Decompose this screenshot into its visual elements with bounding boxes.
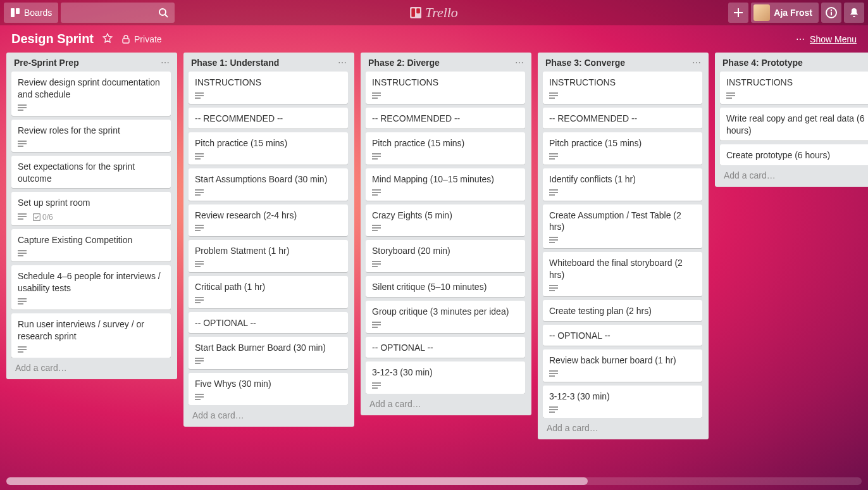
svg-rect-36	[195, 189, 204, 191]
card[interactable]: Review design sprint documentation and s…	[11, 72, 171, 116]
board-canvas[interactable]: Pre-Sprint Prep⋯Review design sprint doc…	[0, 50, 868, 477]
card[interactable]: Identify conflicts (1 hr)	[543, 168, 702, 201]
card[interactable]: Five Whys (30 min)	[189, 373, 348, 405]
star-button[interactable]	[102, 33, 113, 45]
card[interactable]: Schedule 4–6 people for interviews / usa…	[11, 265, 171, 310]
card[interactable]: 3-12-3 (30 min)	[366, 361, 525, 394]
svg-rect-37	[195, 192, 204, 193]
add-card-button[interactable]: Add a card…	[11, 358, 172, 375]
card-badges	[549, 92, 696, 100]
card-title: Set up sprint room	[18, 197, 164, 209]
svg-rect-24	[18, 298, 27, 299]
svg-rect-25	[18, 301, 27, 302]
card[interactable]: Review back burner board (1 hr)	[543, 349, 702, 382]
search-icon	[158, 8, 168, 18]
list-title[interactable]: Phase 1: Understand	[191, 58, 279, 68]
card[interactable]: Group critique (3 minutes per idea)	[366, 301, 525, 333]
card[interactable]: Run user interviews / survey / or resear…	[11, 313, 171, 358]
add-card-button[interactable]: Add a card…	[366, 394, 526, 411]
card[interactable]: Review roles for the sprint	[11, 120, 171, 152]
card[interactable]: -- RECOMMENDED --	[543, 108, 702, 129]
card[interactable]: Write real copy and get real data (6 hou…	[720, 108, 868, 141]
card[interactable]: INSTRUCTIONS	[543, 72, 702, 104]
list-menu-button[interactable]: ⋯	[515, 58, 524, 68]
card-title: Crazy Eights (5 min)	[372, 210, 519, 222]
svg-rect-0	[11, 8, 15, 17]
card[interactable]: Pitch practice (15 mins)	[543, 132, 702, 165]
card[interactable]: 3-12-3 (30 min)	[543, 386, 702, 418]
list-title[interactable]: Phase 2: Diverge	[368, 58, 440, 68]
svg-rect-58	[372, 156, 381, 157]
show-menu-button[interactable]: Show Menu	[796, 34, 857, 44]
card[interactable]: Silent critique (5–10 minutes)	[366, 276, 525, 297]
card[interactable]: Capture Existing Competition	[11, 229, 171, 261]
horizontal-scrollbar[interactable]	[6, 477, 862, 485]
card[interactable]: Review research (2-4 hrs)	[189, 204, 348, 237]
description-icon	[195, 394, 204, 401]
card[interactable]: Storyboard (20 min)	[366, 240, 525, 272]
scrollbar-thumb[interactable]	[6, 477, 588, 485]
card[interactable]: -- OPTIONAL --	[543, 325, 702, 346]
create-button[interactable]	[728, 3, 748, 23]
card[interactable]: -- RECOMMENDED --	[366, 108, 525, 129]
info-button[interactable]	[821, 3, 841, 23]
card[interactable]: Pitch practice (15 mins)	[189, 132, 348, 165]
svg-rect-1	[16, 8, 20, 14]
card[interactable]: -- OPTIONAL --	[189, 312, 348, 333]
list-menu-button[interactable]: ⋯	[692, 58, 701, 68]
list-menu-button[interactable]: ⋯	[338, 58, 347, 68]
card[interactable]: Problem Statment (1 hr)	[189, 240, 348, 272]
search-input[interactable]	[61, 3, 175, 23]
info-icon	[826, 7, 837, 18]
cards-container: INSTRUCTIONS-- RECOMMENDED --Pitch pract…	[543, 72, 704, 418]
card[interactable]: Create testing plan (2 hrs)	[543, 300, 702, 321]
card[interactable]: -- OPTIONAL --	[366, 337, 525, 358]
svg-rect-46	[195, 299, 204, 301]
card[interactable]: Mind Mapping (10–15 minutes)	[366, 168, 525, 201]
user-menu[interactable]: Aja Frost	[751, 3, 819, 23]
logo[interactable]: Trello	[410, 4, 458, 21]
logo-text: Trello	[425, 4, 458, 21]
card[interactable]: Start Assumptions Board (30 min)	[189, 168, 348, 201]
card[interactable]: -- RECOMMENDED --	[189, 108, 348, 129]
add-card-button[interactable]: Add a card…	[189, 405, 349, 423]
boards-button[interactable]: Boards	[4, 3, 58, 23]
card[interactable]: INSTRUCTIONS	[189, 72, 348, 104]
svg-rect-12	[18, 107, 27, 108]
svg-rect-48	[195, 358, 204, 359]
card-badges	[195, 394, 342, 401]
card[interactable]: Crazy Eights (5 min)	[366, 204, 525, 237]
card[interactable]: Whiteboard the final storyboard (2 hrs)	[543, 252, 702, 296]
card-badges	[372, 189, 519, 197]
list-title[interactable]: Pre-Sprint Prep	[14, 58, 79, 68]
card[interactable]: Start Back Burner Board (30 min)	[189, 337, 348, 369]
card-badges	[549, 370, 696, 378]
card[interactable]: INSTRUCTIONS	[366, 72, 525, 104]
svg-rect-88	[549, 287, 558, 289]
svg-rect-75	[549, 92, 558, 94]
notifications-button[interactable]	[844, 3, 864, 23]
list-title[interactable]: Phase 3: Converge	[545, 58, 625, 68]
cards-container: INSTRUCTIONS-- RECOMMENDED --Pitch pract…	[366, 72, 526, 394]
card-title: Review research (2-4 hrs)	[195, 210, 342, 222]
svg-rect-53	[195, 399, 201, 400]
card[interactable]: Pitch practice (15 mins)	[366, 132, 525, 165]
svg-rect-91	[549, 373, 558, 374]
board-name[interactable]: Design Sprint	[11, 32, 94, 46]
card-title: Review back burner board (1 hr)	[549, 355, 696, 367]
privacy-button[interactable]: Private	[121, 34, 162, 44]
card[interactable]: Set up sprint room0/6	[11, 192, 171, 225]
global-header: Boards Trello Aja Frost	[0, 0, 868, 25]
add-card-button[interactable]: Add a card…	[543, 418, 704, 436]
svg-rect-79	[549, 156, 558, 157]
list-menu-button[interactable]: ⋯	[161, 58, 170, 68]
card[interactable]: Set expectations for the sprint outcome	[11, 156, 171, 189]
add-card-button[interactable]: Add a card…	[720, 165, 868, 183]
card[interactable]: Create Assumption / Test Table (2 hrs)	[543, 204, 702, 249]
card[interactable]: INSTRUCTIONS	[720, 72, 868, 104]
card[interactable]: Critical path (1 hr)	[189, 276, 348, 308]
card-title: -- RECOMMENDED --	[372, 113, 519, 125]
card[interactable]: Create prototype (6 hours)	[720, 144, 868, 165]
list-title[interactable]: Phase 4: Prototype	[722, 58, 803, 68]
svg-rect-27	[18, 346, 27, 348]
